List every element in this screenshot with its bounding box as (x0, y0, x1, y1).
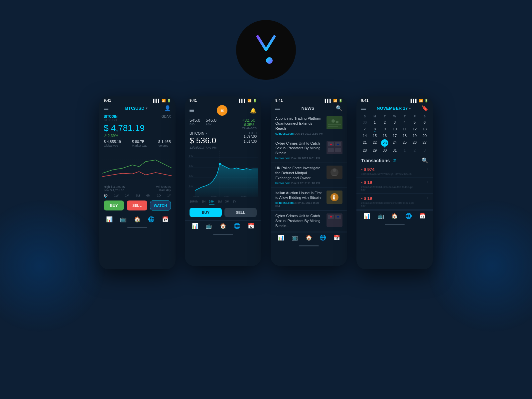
cal-day-18[interactable]: 18 (400, 133, 410, 139)
cal-day-1[interactable]: 1 (370, 119, 380, 125)
cal-day-2b[interactable]: 2 (410, 147, 420, 153)
buy-button-2[interactable]: BUY (190, 208, 222, 217)
cal-day-16[interactable]: 16 (380, 133, 390, 139)
tv-nav-icon[interactable]: 📺 (120, 216, 127, 222)
cal-day-30[interactable]: 30 (360, 119, 370, 125)
ct-3m[interactable]: 3M (225, 200, 229, 204)
cal-day-9[interactable]: 9 (380, 126, 390, 132)
chart-nav-icon[interactable]: 📊 (106, 216, 113, 222)
search-icon-3[interactable]: 🔍 (336, 105, 342, 111)
news-item-2[interactable]: Cyber Crimes Unit to Catch Sexual Predat… (271, 138, 347, 163)
cal-day-17[interactable]: 17 (390, 133, 400, 139)
ct-1h[interactable]: 1H (202, 200, 206, 204)
globe-nav-icon[interactable]: 🌐 (148, 216, 155, 222)
bookmark-icon[interactable]: 🔖 (422, 105, 428, 111)
nav-title-1[interactable]: BTC/USD ▾ (125, 106, 148, 111)
cal-day-19[interactable]: 19 (410, 133, 420, 139)
cal-day-2[interactable]: 2 (380, 119, 390, 125)
cal-icon-2[interactable]: 📅 (248, 223, 254, 229)
news-item-5[interactable]: Cyber Crimes Unit to Catch Sexual Predat… (271, 211, 347, 231)
cal-day-24[interactable]: 24 (390, 139, 400, 147)
cal-day-13[interactable]: 13 (420, 126, 430, 132)
time-3m[interactable]: 3M (136, 194, 140, 197)
cal-icon-4[interactable]: 📅 (419, 213, 426, 219)
cal-day-30b[interactable]: 30 (380, 147, 390, 153)
cal-icon-3[interactable]: 📅 (333, 234, 340, 241)
home-icon-3[interactable]: 🏠 (306, 234, 312, 241)
globe-icon-4[interactable]: 🌐 (405, 213, 412, 219)
svg-text:20:33: 20:33 (193, 196, 199, 197)
profile-icon-1[interactable]: 👤 (164, 105, 171, 111)
chart-icon-4[interactable]: 📊 (363, 213, 370, 219)
tv-icon-3[interactable]: 📺 (292, 234, 298, 241)
cal-day-6[interactable]: 6 (420, 119, 430, 125)
buy-button[interactable]: BUY (104, 200, 124, 210)
svg-rect-27 (335, 148, 341, 152)
home-nav-icon[interactable]: 🏠 (134, 216, 141, 222)
coin-info: BITCOIN BTC/USD GDAX (99, 113, 176, 122)
tv-icon-2[interactable]: 📺 (206, 223, 212, 229)
time-6m[interactable]: 6M (146, 194, 151, 197)
hamburger-menu-3[interactable] (275, 107, 280, 110)
cal-day-22[interactable]: 22 (370, 139, 380, 147)
ct-1y[interactable]: 1Y (233, 200, 236, 204)
tx-item-2[interactable]: - $ 19 23dmEa923940zLp2943ncxmJCB3940zLp… (356, 178, 433, 194)
ct-10min[interactable]: 10MIN (190, 200, 199, 204)
tv-icon-4[interactable]: 📺 (377, 213, 384, 219)
ct-24h[interactable]: 24H (209, 200, 214, 204)
cal-day-21[interactable]: 21 (360, 139, 370, 147)
time-1d2[interactable]: 1D (157, 194, 161, 197)
time-1m[interactable]: 1M (125, 194, 129, 197)
hamburger-menu-1[interactable] (104, 107, 108, 110)
cal-day-10[interactable]: 10 (390, 126, 400, 132)
cal-day-28[interactable]: 28 (360, 147, 370, 153)
hamburger-menu-2[interactable] (190, 109, 194, 112)
news-item-4[interactable]: Italian Auction House Is First to Allow … (271, 188, 347, 211)
calendar-month[interactable]: NOVEMBER 17 ▾ (377, 106, 411, 111)
globe-icon-3[interactable]: 🌐 (320, 234, 326, 241)
price-change: ↗ 2,39% (99, 133, 176, 138)
cal-day-7[interactable]: 7 (360, 126, 370, 132)
cal-day-15[interactable]: 15 (370, 133, 380, 139)
cal-day-3b[interactable]: 3 (420, 147, 430, 153)
cal-day-3[interactable]: 3 (390, 119, 400, 125)
calendar-nav-icon[interactable]: 📅 (162, 216, 169, 222)
cal-day-27[interactable]: 27 (420, 139, 430, 147)
cal-day-20[interactable]: 20 (420, 133, 430, 139)
news-item-3[interactable]: UK Police Force Investigate the Defunct … (271, 163, 347, 188)
watch-button[interactable]: WATCH (150, 200, 171, 210)
ct-1m[interactable]: 1M (218, 200, 222, 204)
cal-day-26[interactable]: 26 (410, 139, 420, 147)
hamburger-menu-4[interactable] (361, 107, 366, 110)
cal-day-23-today[interactable]: 23 •• (381, 139, 388, 147)
sell-button-2[interactable]: SELL (224, 208, 257, 217)
search-icon-tx[interactable]: 🔍 (422, 157, 428, 164)
cal-day-31[interactable]: 31 (390, 147, 400, 153)
cal-day-5[interactable]: 5 (410, 119, 420, 125)
globe-icon-2[interactable]: 🌐 (234, 223, 240, 229)
tx-item-3[interactable]: - $ 19 234mEa923940z8 n9K3ncxmJCB3940z L… (356, 194, 433, 210)
cal-day-14[interactable]: 14 (360, 133, 370, 139)
chart-icon-2[interactable]: 📊 (192, 223, 199, 229)
tx-item-1[interactable]: - $ 974 mK3128xnjKJs2737989vq8H0PQcvf834… (356, 165, 433, 178)
time-1w[interactable]: 1W (114, 194, 119, 197)
time-1d[interactable]: 1D (104, 194, 108, 197)
cal-day-29[interactable]: 29 (370, 147, 380, 153)
news-item-1[interactable]: Algorithmic Trading Platform Quantconnec… (271, 113, 347, 138)
chart-icon-3[interactable]: 📊 (278, 234, 284, 241)
cal-day-12[interactable]: 12 (410, 126, 420, 132)
home-icon-4[interactable]: 🏠 (391, 213, 398, 219)
news-thumb-1 (327, 116, 342, 129)
svg-rect-26 (328, 148, 334, 152)
news-text-2: Cyber Crimes Unit to Catch Sexual Predat… (275, 141, 324, 160)
scrollbar-1 (127, 227, 147, 228)
cal-day-11[interactable]: 11 (400, 126, 410, 132)
cal-day-8[interactable]: 8••• (370, 126, 380, 132)
home-icon-2[interactable]: 🏠 (220, 223, 226, 229)
cal-day-1b[interactable]: 1 (400, 147, 410, 153)
time-1y[interactable]: 1Y (167, 194, 171, 197)
sell-button[interactable]: SELL (127, 200, 147, 210)
cal-day-25[interactable]: 25 (400, 139, 410, 147)
cal-day-4[interactable]: 4 (400, 119, 410, 125)
bell-icon[interactable]: 🔔 (250, 107, 257, 114)
